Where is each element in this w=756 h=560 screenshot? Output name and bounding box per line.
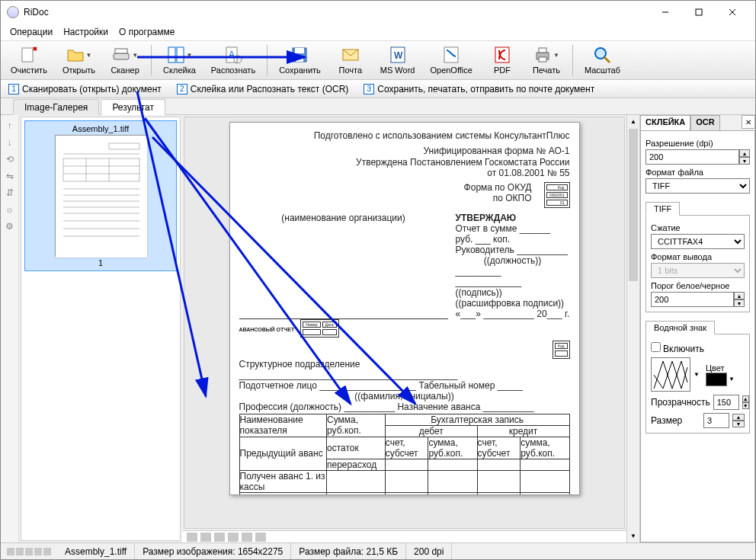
tab-ocr-panel[interactable]: OCR [690, 115, 719, 130]
ocr-button[interactable]: AРаспознать [204, 42, 262, 78]
svg-rect-9 [168, 47, 175, 62]
scroll-thumb[interactable] [629, 129, 638, 281]
brightness-icon[interactable]: ☼ [4, 203, 16, 216]
scroll-down-icon[interactable]: ▼ [627, 530, 639, 542]
opacity-label: Прозрачность [651, 397, 710, 408]
scroll-up-icon[interactable]: ▲ [627, 115, 639, 128]
status-filename: Assembly_1.tiff [57, 543, 135, 559]
openoffice-button[interactable]: OpenOffice [423, 42, 479, 78]
mail-icon [341, 46, 360, 64]
watermark-enable[interactable]: Включить [651, 342, 745, 354]
gear-icon[interactable]: ⚙ [4, 220, 16, 232]
hint-1: 1Сканировать (открыть) документ [8, 84, 162, 94]
menu-settings[interactable]: Настройки [59, 25, 113, 39]
threshold-label: Порог белое/черное [651, 281, 745, 290]
pdf-icon [493, 46, 511, 64]
tab-splice-panel[interactable]: СКЛЕЙКА [640, 115, 690, 130]
scanner-icon [112, 46, 130, 64]
print-icon [533, 46, 552, 64]
preview-footer-dots [182, 530, 626, 542]
threshold-input[interactable] [651, 292, 734, 307]
svg-line-26 [604, 57, 610, 62]
color-swatch[interactable] [706, 373, 727, 386]
toolbar: Очистить ▼Открыть ▼Сканер ▼Склейка AРасп… [1, 40, 755, 80]
chevron-down-icon: ▼ [187, 52, 193, 59]
arrow-up-icon[interactable]: ↑ [4, 120, 16, 132]
preview-scrollbar[interactable]: ▲ ▼ [626, 115, 639, 542]
compression-label: Сжатие [651, 223, 745, 232]
tiff-subtab[interactable]: TIFF [645, 202, 680, 216]
folder-open-icon [66, 46, 85, 64]
status-bar: Assembly_1.tiff Размер изображения: 1654… [1, 542, 755, 559]
separator [572, 45, 573, 75]
flip-h-icon[interactable]: ⇋ [4, 170, 16, 182]
doc-main-table: Наименование показателяСумма, руб.коп.Бу… [239, 414, 570, 495]
menu-bar: Операции Настройки О программе [1, 24, 755, 40]
preview-panel[interactable]: Подготовлено с использованием системы Ко… [184, 117, 625, 529]
rotate-left-icon[interactable]: ⟲ [4, 153, 16, 165]
menu-operations[interactable]: Операции [5, 25, 57, 39]
save-icon [290, 46, 309, 64]
svg-rect-7 [114, 53, 129, 59]
format-label: Формат файла [645, 168, 750, 177]
dpi-spinner[interactable]: ▲▼ [739, 149, 750, 165]
compression-select[interactable]: CCITTFAX4 [651, 234, 745, 249]
watermark-preview[interactable] [651, 357, 690, 392]
watermark-subtab[interactable]: Водяной знак [645, 321, 715, 334]
opacity-input[interactable] [713, 395, 739, 410]
status-filesize: Размер файла: 21,5 КБ [291, 543, 406, 559]
document-page: Подготовлено с использованием системы Ко… [229, 122, 580, 495]
right-panel: СКЛЕЙКА OCR ✕ Разрешение (dpi) ▲▼ Формат… [639, 115, 755, 542]
wm-size-input[interactable] [703, 413, 729, 428]
svg-rect-23 [539, 48, 546, 53]
clear-icon [20, 46, 38, 64]
zoom-button[interactable]: Масштаб [578, 42, 627, 78]
mail-button[interactable]: Почта [329, 42, 372, 78]
chevron-down-icon[interactable]: ▼ [694, 371, 700, 378]
minimize-button[interactable] [649, 2, 682, 23]
wm-size-spinner[interactable]: ▲▼ [732, 414, 745, 427]
svg-rect-1 [696, 9, 702, 15]
svg-point-25 [595, 48, 606, 59]
status-dpi: 200 dpi [406, 543, 452, 559]
tab-gallery[interactable]: Image-Галерея [13, 99, 99, 115]
maximize-button[interactable] [682, 2, 716, 23]
clear-button[interactable]: Очистить [4, 42, 54, 78]
svg-text:W: W [394, 50, 403, 61]
arrow-down-icon[interactable]: ↓ [4, 136, 16, 149]
output-select: 1 bits [651, 263, 745, 278]
app-icon [7, 6, 19, 18]
threshold-spinner[interactable]: ▲▼ [734, 292, 745, 307]
opacity-spinner[interactable]: ▲▼ [742, 395, 749, 409]
save-button[interactable]: Сохранить [272, 42, 328, 78]
print-button[interactable]: ▼Печать [525, 42, 568, 78]
svg-rect-24 [539, 57, 546, 62]
open-button[interactable]: ▼Открыть [56, 42, 102, 78]
watermark-checkbox[interactable] [651, 342, 661, 352]
close-button[interactable] [716, 2, 749, 23]
splice-button[interactable]: ▼Склейка [156, 42, 203, 78]
dpi-label: Разрешение (dpi) [645, 139, 750, 148]
hint-3: 3Сохранить, печатать, отправить по почте… [364, 84, 594, 94]
color-label: Цвет [706, 363, 735, 373]
openoffice-icon [442, 46, 460, 64]
dpi-input[interactable] [645, 149, 739, 165]
svg-rect-21 [495, 47, 509, 62]
pdf-button[interactable]: PDF [481, 42, 524, 78]
panel-close-button[interactable]: ✕ [742, 115, 755, 129]
menu-about[interactable]: О программе [114, 25, 179, 39]
scanner-button[interactable]: ▼Сканер [104, 42, 146, 78]
format-select[interactable]: TIFF [645, 178, 750, 194]
tab-result[interactable]: Результат [101, 99, 165, 115]
word-button[interactable]: WMS Word [373, 42, 422, 78]
status-dimensions: Размер изображения: 1654x2275 [135, 543, 291, 559]
title-bar: RiDoc [1, 1, 755, 24]
thumbnail-preview [55, 135, 146, 257]
thumbnail-item[interactable]: Assembly_1.tiff [24, 120, 177, 271]
chevron-down-icon[interactable]: ▼ [729, 376, 735, 382]
ocr-icon: A [224, 46, 242, 64]
flip-v-icon[interactable]: ⇵ [4, 187, 16, 199]
thumbnail-index: 1 [98, 258, 103, 267]
chevron-down-icon: ▼ [86, 52, 92, 59]
output-label: Формат вывода [651, 252, 745, 261]
